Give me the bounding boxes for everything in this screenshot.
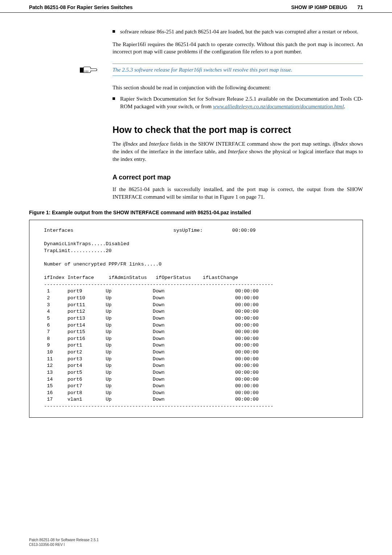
code-line: 16 port8 Up Down 00:00:00 xyxy=(41,390,259,396)
code-line: 12 port4 Up Down 00:00:00 xyxy=(41,363,259,368)
square-bullet-icon xyxy=(113,30,115,33)
code-line: 11 port3 Up Down 00:00:00 xyxy=(41,356,259,362)
code-line: TrapLimit............20 xyxy=(41,248,111,254)
bullet-text-1: software release 86s-251 and patch 86251… xyxy=(120,28,358,36)
subsection-heading: A correct port map xyxy=(113,174,363,181)
page-footer: Patch 86251-08 for Software Release 2.5.… xyxy=(29,538,99,547)
code-line: 15 port7 Up Down 00:00:00 xyxy=(41,383,259,389)
code-line: ifIndex Interface ifAdminStatus ifOperSt… xyxy=(41,275,238,280)
page-header: Patch 86251-08 For Rapier Series Switche… xyxy=(0,0,392,13)
paragraph-1: The Rapier16fi requires the 86251-04 pat… xyxy=(113,41,363,56)
header-left: Patch 86251-08 For Rapier Series Switche… xyxy=(29,4,133,10)
code-line: Number of unencrypted PPP/FR links.....0 xyxy=(41,262,162,267)
header-section-label: SHOW IP IGMP DEBUG xyxy=(291,4,347,10)
callout: The 2.5.3 software release for Rapier16f… xyxy=(80,64,363,76)
code-line: 7 port15 Up Down 00:00:00 xyxy=(41,329,259,335)
callout-border: The 2.5.3 software release for Rapier16f… xyxy=(113,64,363,76)
code-line: 6 port14 Up Down 00:00:00 xyxy=(41,323,259,328)
code-line: DynamicLinkTraps.....Disabled xyxy=(41,241,129,247)
post-callout-block: This section should be read in conjuncti… xyxy=(113,84,363,201)
page-content: software release 86s-251 and patch 86251… xyxy=(0,28,392,418)
bullet-item-1: software release 86s-251 and patch 86251… xyxy=(113,28,363,36)
paragraph-3: The ifIndex and Interface fields in the … xyxy=(113,140,363,163)
code-line: 3 port11 Up Down 00:00:00 xyxy=(41,302,259,308)
code-line: 1 port9 Up Down 00:00:00 xyxy=(41,288,259,294)
code-line: 4 port12 Up Down 00:00:00 xyxy=(41,309,259,314)
paragraph-2: This section should be read in conjuncti… xyxy=(113,84,363,92)
page-number: 71 xyxy=(357,4,363,10)
documentation-link[interactable]: www.alliedtelesyn.co.nz/documentation/do… xyxy=(213,104,344,109)
code-line: 8 port16 Up Down 00:00:00 xyxy=(41,336,259,341)
code-line: ----------------------------------------… xyxy=(41,282,273,287)
square-bullet-icon xyxy=(113,97,115,100)
svg-rect-0 xyxy=(80,68,83,73)
code-line: ----------------------------------------… xyxy=(41,404,273,409)
bullet-item-2: Rapier Switch Documentation Set for Soft… xyxy=(113,95,363,110)
code-output-box: Interfaces sysUpTime: 00:00:09 DynamicLi… xyxy=(29,220,363,418)
paragraph-4: If the 86251-04 patch is successfully in… xyxy=(113,186,363,200)
code-line: Interfaces sysUpTime: 00:00:09 xyxy=(41,228,256,233)
code-line: 17 vlan1 Up Down 00:00:00 xyxy=(41,397,259,402)
pointing-hand-icon xyxy=(80,65,98,75)
section-heading: How to check that the port map is correc… xyxy=(113,125,363,135)
header-right: SHOW IP IGMP DEBUG 71 xyxy=(291,4,363,10)
code-line: 2 port10 Up Down 00:00:00 xyxy=(41,295,259,301)
code-line: 13 port5 Up Down 00:00:00 xyxy=(41,370,259,375)
code-line: 5 port13 Up Down 00:00:00 xyxy=(41,316,259,321)
footer-line-2: C613-10356-00 REV I xyxy=(29,542,99,547)
footer-line-1: Patch 86251-08 for Software Release 2.5.… xyxy=(29,538,99,542)
callout-text: The 2.5.3 software release for Rapier16f… xyxy=(113,66,363,73)
code-line: 14 port6 Up Down 00:00:00 xyxy=(41,377,259,382)
intro-block: software release 86s-251 and patch 86251… xyxy=(113,28,363,56)
code-line: 9 port1 Up Down 00:00:00 xyxy=(41,343,259,348)
bullet-text-2: Rapier Switch Documentation Set for Soft… xyxy=(120,95,363,110)
code-line: 10 port2 Up Down 00:00:00 xyxy=(41,349,259,355)
figure-caption: Figure 1: Example output from the SHOW I… xyxy=(29,210,363,215)
